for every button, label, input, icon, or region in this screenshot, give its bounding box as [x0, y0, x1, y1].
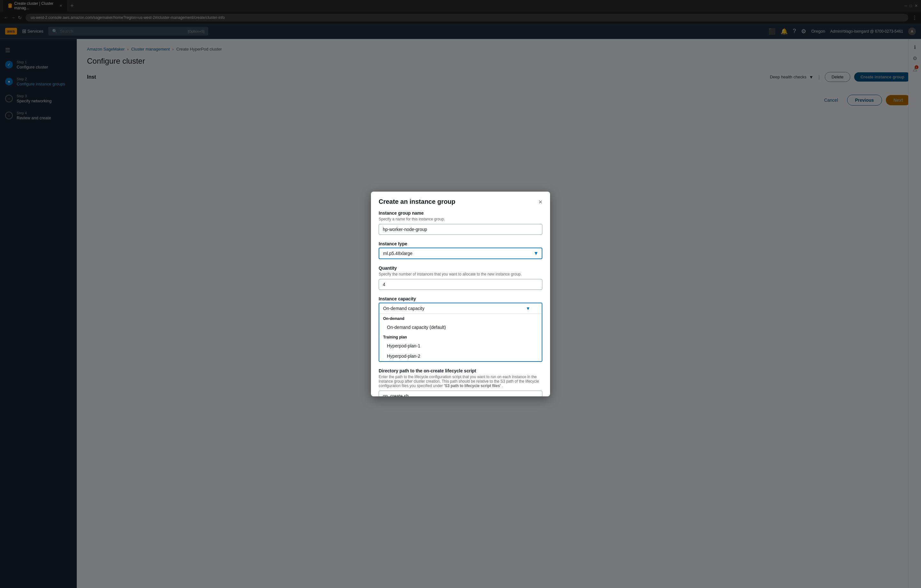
create-instance-group-modal: Create an instance group × Instance grou…	[371, 192, 550, 396]
instance-capacity-trigger[interactable]: On-demand capacity ▼	[379, 303, 542, 314]
instance-capacity-dropdown[interactable]: On-demand capacity ▼ On-demand On-demand…	[379, 303, 542, 362]
instance-capacity-dropdown-list: On-demand On-demand capacity (default) T…	[379, 314, 542, 361]
quantity-hint: Specify the number of instances that you…	[379, 272, 542, 277]
lifecycle-script-input[interactable]	[379, 391, 542, 396]
quantity-label: Quantity	[379, 265, 542, 270]
modal-title: Create an instance group	[379, 198, 456, 205]
instance-capacity-label: Instance capacity	[379, 296, 542, 301]
lifecycle-script-label: Directory path to the on-create lifecycl…	[379, 368, 542, 373]
modal-body: Instance group name Specify a name for t…	[371, 210, 550, 396]
modal-close-button[interactable]: ×	[539, 199, 542, 205]
lifecycle-script-group: Directory path to the on-create lifecycl…	[379, 368, 542, 396]
dropdown-group-on-demand: On-demand	[379, 314, 542, 322]
instance-type-select-wrapper: ml.p5.48xlarge ml.p4d.24xlarge ml.g5.xla…	[379, 248, 542, 259]
instance-capacity-arrow: ▼	[526, 306, 530, 311]
dropdown-group-training-plan: Training plan	[379, 332, 542, 341]
lifecycle-script-hint-bold: 'S3 path to lifecycle script files'	[444, 384, 501, 388]
dropdown-item-hyperpod-plan-2[interactable]: Hyperpod-plan-2	[379, 351, 542, 361]
instance-type-select[interactable]: ml.p5.48xlarge ml.p4d.24xlarge ml.g5.xla…	[379, 248, 542, 259]
instance-capacity-selected: On-demand capacity	[383, 306, 425, 311]
instance-type-group: Instance type ml.p5.48xlarge ml.p4d.24xl…	[379, 241, 542, 259]
quantity-group: Quantity Specify the number of instances…	[379, 265, 542, 290]
dropdown-item-hyperpod-plan-1[interactable]: Hyperpod-plan-1	[379, 341, 542, 351]
instance-group-name-label: Instance group name	[379, 210, 542, 216]
modal-header: Create an instance group ×	[371, 192, 550, 210]
quantity-input[interactable]	[379, 279, 542, 290]
instance-type-label: Instance type	[379, 241, 542, 246]
instance-capacity-group: Instance capacity On-demand capacity ▼ O…	[379, 296, 542, 362]
dropdown-item-on-demand-default[interactable]: On-demand capacity (default)	[379, 322, 542, 332]
instance-group-name-hint: Specify a name for this instance group.	[379, 217, 542, 222]
instance-group-name-input[interactable]	[379, 224, 542, 235]
instance-group-name-group: Instance group name Specify a name for t…	[379, 210, 542, 235]
lifecycle-script-hint: Enter the path to the lifecycle configur…	[379, 375, 542, 388]
